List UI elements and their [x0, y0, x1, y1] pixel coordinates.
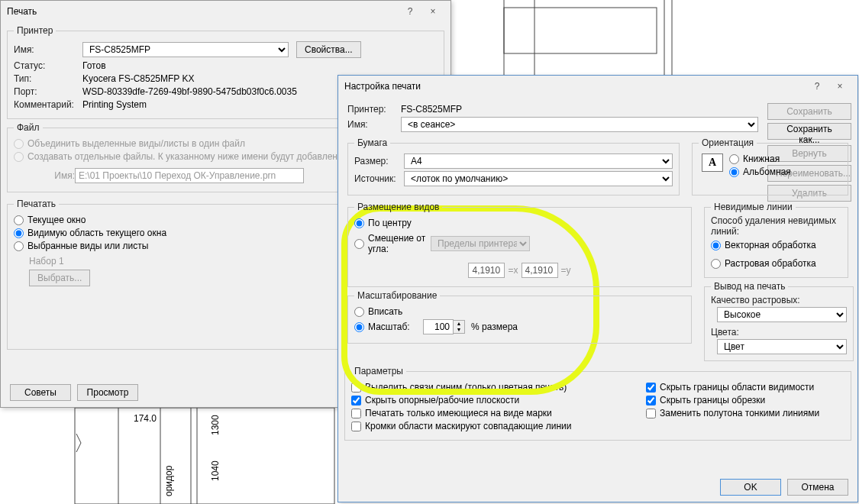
x-input	[468, 263, 505, 278]
offset-preset-select: Пределы принтера	[431, 236, 530, 251]
blue-check[interactable]: Выделить связи синим (только цветная печ…	[351, 382, 646, 393]
svg-text:оридор: оридор	[163, 465, 174, 496]
svg-text:174.0: 174.0	[134, 413, 157, 424]
status-label: Статус:	[14, 60, 82, 71]
fit-radio[interactable]: Вписать	[354, 306, 685, 317]
portrait-radio[interactable]: Книжная	[729, 153, 791, 164]
hidden-legend: Невидимые линии	[711, 202, 796, 212]
orientation-group: Ориентация A Книжная Альбомная	[692, 137, 848, 195]
paper-legend: Бумага	[354, 137, 390, 148]
port-label: Порт:	[14, 86, 82, 97]
hideref-check[interactable]: Скрыть опорные/рабочие плоскости	[351, 395, 646, 405]
print-setup-dialog: Настройка печати ? × Принтер:FS-C8525MFP…	[337, 75, 858, 502]
orientation-legend: Ориентация	[699, 137, 757, 148]
center-radio[interactable]: По центру	[354, 218, 685, 228]
name-label: Имя:	[14, 44, 82, 55]
ok-button[interactable]: OK	[720, 479, 781, 496]
file-name-input	[75, 168, 304, 183]
properties-button[interactable]: Свойства...	[296, 41, 361, 58]
preview-button[interactable]: Просмотр	[77, 384, 138, 401]
offset-radio[interactable]: Смещение от угла:	[354, 233, 431, 254]
output-group: Вывод на печать Качество растровых: Высо…	[704, 281, 854, 361]
comment-label: Комментарий:	[14, 99, 82, 110]
colors-select[interactable]: Цвет	[717, 339, 847, 354]
crop-check[interactable]: Скрыть границы обрезки	[646, 395, 844, 405]
scale-stepper[interactable]: ▲▼	[423, 319, 465, 334]
hidden-lines-group: Невидимые линии Способ удаления невидимы…	[704, 202, 848, 278]
port-value: WSD-80339dfe-7269-49bf-9890-5475db03f0c6…	[82, 86, 297, 97]
titlebar[interactable]: Настройка печати ? ×	[338, 76, 857, 97]
marks-check[interactable]: Печатать только имеющиеся на виде марки	[351, 408, 646, 418]
cancel-button[interactable]: Отмена	[787, 479, 848, 496]
printer-label: Принтер:	[347, 104, 401, 115]
mask-check[interactable]: Кромки области маскируют совпадающие лин…	[351, 421, 646, 431]
save-button: Сохранить	[767, 103, 851, 120]
scale-suffix: % размера	[471, 321, 518, 332]
visible-area-radio[interactable]: Видимую область текущего окна	[14, 228, 338, 238]
print-range-group: Печатать Текущее окно Видимую область те…	[7, 199, 345, 350]
method-label: Способ удаления невидимых линий:	[711, 215, 841, 237]
scope-check[interactable]: Скрыть границы области видимости	[646, 382, 844, 393]
options-group: Параметры Выделить связи синим (только ц…	[344, 366, 851, 441]
y-suffix: =y	[561, 265, 571, 276]
choose-button: Выбрать...	[29, 270, 90, 286]
scale-radio[interactable]: Масштаб:	[354, 321, 423, 332]
range-legend: Печатать	[14, 199, 59, 209]
svg-rect-2	[504, 8, 657, 53]
printer-legend: Принтер	[14, 25, 56, 36]
svg-text:1300: 1300	[210, 415, 221, 435]
landscape-radio[interactable]: Альбомная	[729, 166, 791, 177]
stepper-buttons[interactable]: ▲▼	[454, 320, 465, 334]
quality-label: Качество растровых:	[711, 295, 847, 305]
source-select[interactable]: <лоток по умолчанию>	[404, 171, 673, 186]
placement-group: Размещение видов По центру Смещение от у…	[347, 202, 692, 287]
help-button[interactable]: ?	[806, 81, 828, 92]
file-legend: Файл	[14, 122, 43, 133]
window-title: Настройка печати	[344, 81, 806, 92]
status-value: Готов	[82, 60, 106, 71]
source-label: Источник:	[354, 173, 404, 184]
printer-name-select[interactable]: FS-C8525MFP	[82, 42, 289, 57]
output-legend: Вывод на печать	[711, 281, 788, 292]
half-check[interactable]: Заменить полутона тонкими линиями	[646, 408, 844, 418]
close-button[interactable]: ×	[421, 6, 444, 17]
name-label: Имя:	[347, 119, 401, 130]
current-window-radio[interactable]: Текущее окно	[14, 215, 338, 225]
profile-select[interactable]: <в сеансе>	[401, 117, 758, 132]
svg-line-10	[76, 443, 81, 452]
set-name: Набор 1	[29, 256, 338, 267]
orientation-icon: A	[702, 153, 723, 172]
titlebar[interactable]: Печать ? ×	[1, 1, 450, 22]
svg-text:1040: 1040	[210, 460, 221, 481]
y-input	[522, 263, 558, 278]
quality-select[interactable]: Высокое	[717, 307, 847, 322]
options-legend: Параметры	[351, 366, 406, 376]
placement-legend: Размещение видов	[354, 202, 442, 212]
printer-value: FS-C8525MFP	[401, 104, 462, 115]
paper-group: Бумага Размер:A4 Источник:<лоток по умол…	[347, 137, 680, 195]
svg-line-11	[76, 434, 81, 443]
size-label: Размер:	[354, 156, 404, 166]
file-name-label: Имя:	[14, 170, 75, 181]
vector-radio[interactable]: Векторная обработка	[711, 240, 841, 250]
selected-views-radio[interactable]: Выбранные виды или листы	[14, 241, 338, 251]
raster-radio[interactable]: Растровая обработка	[711, 258, 841, 269]
comment-value: Printing System	[82, 99, 147, 110]
window-title: Печать	[7, 6, 399, 17]
zoom-legend: Масштабирование	[354, 290, 440, 301]
scale-input[interactable]	[423, 319, 454, 334]
close-button[interactable]: ×	[828, 81, 851, 92]
help-button[interactable]: ?	[399, 6, 421, 17]
svg-rect-5	[75, 408, 334, 504]
tips-button[interactable]: Советы	[10, 384, 71, 401]
zoom-group: Масштабирование Вписать Масштаб: ▲▼ % ра…	[347, 290, 692, 344]
type-label: Тип:	[14, 73, 82, 84]
colors-label: Цвета:	[711, 327, 847, 338]
size-select[interactable]: A4	[404, 153, 673, 169]
type-value: Kyocera FS-C8525MFP KX	[82, 73, 195, 84]
x-suffix: =x	[508, 265, 518, 276]
